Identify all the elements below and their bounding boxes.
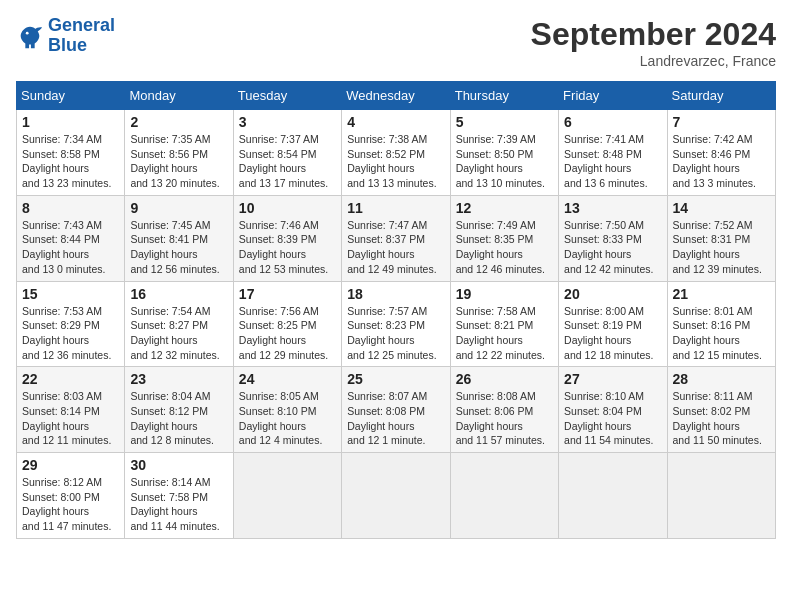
day-info: Sunrise: 7:56 AM Sunset: 8:25 PM Dayligh… <box>239 304 336 363</box>
col-wednesday: Wednesday <box>342 82 450 110</box>
day-info: Sunrise: 7:37 AM Sunset: 8:54 PM Dayligh… <box>239 132 336 191</box>
table-row <box>667 453 775 539</box>
table-row: 12 Sunrise: 7:49 AM Sunset: 8:35 PM Dayl… <box>450 195 558 281</box>
day-number: 13 <box>564 200 661 216</box>
day-info: Sunrise: 7:42 AM Sunset: 8:46 PM Dayligh… <box>673 132 770 191</box>
day-number: 3 <box>239 114 336 130</box>
col-thursday: Thursday <box>450 82 558 110</box>
day-number: 27 <box>564 371 661 387</box>
day-info: Sunrise: 8:14 AM Sunset: 7:58 PM Dayligh… <box>130 475 227 534</box>
table-row <box>450 453 558 539</box>
logo-text: General Blue <box>48 16 115 56</box>
day-info: Sunrise: 8:05 AM Sunset: 8:10 PM Dayligh… <box>239 389 336 448</box>
table-row: 13 Sunrise: 7:50 AM Sunset: 8:33 PM Dayl… <box>559 195 667 281</box>
table-row: 30 Sunrise: 8:14 AM Sunset: 7:58 PM Dayl… <box>125 453 233 539</box>
table-row: 7 Sunrise: 7:42 AM Sunset: 8:46 PM Dayli… <box>667 110 775 196</box>
day-info: Sunrise: 7:45 AM Sunset: 8:41 PM Dayligh… <box>130 218 227 277</box>
table-row: 22 Sunrise: 8:03 AM Sunset: 8:14 PM Dayl… <box>17 367 125 453</box>
day-info: Sunrise: 8:08 AM Sunset: 8:06 PM Dayligh… <box>456 389 553 448</box>
col-sunday: Sunday <box>17 82 125 110</box>
table-row: 14 Sunrise: 7:52 AM Sunset: 8:31 PM Dayl… <box>667 195 775 281</box>
calendar-week-row: 29 Sunrise: 8:12 AM Sunset: 8:00 PM Dayl… <box>17 453 776 539</box>
table-row: 24 Sunrise: 8:05 AM Sunset: 8:10 PM Dayl… <box>233 367 341 453</box>
day-info: Sunrise: 7:57 AM Sunset: 8:23 PM Dayligh… <box>347 304 444 363</box>
table-row: 1 Sunrise: 7:34 AM Sunset: 8:58 PM Dayli… <box>17 110 125 196</box>
day-info: Sunrise: 8:11 AM Sunset: 8:02 PM Dayligh… <box>673 389 770 448</box>
col-monday: Monday <box>125 82 233 110</box>
day-info: Sunrise: 7:50 AM Sunset: 8:33 PM Dayligh… <box>564 218 661 277</box>
table-row: 25 Sunrise: 8:07 AM Sunset: 8:08 PM Dayl… <box>342 367 450 453</box>
day-number: 8 <box>22 200 119 216</box>
day-number: 5 <box>456 114 553 130</box>
day-number: 6 <box>564 114 661 130</box>
table-row: 16 Sunrise: 7:54 AM Sunset: 8:27 PM Dayl… <box>125 281 233 367</box>
table-row: 3 Sunrise: 7:37 AM Sunset: 8:54 PM Dayli… <box>233 110 341 196</box>
day-info: Sunrise: 7:52 AM Sunset: 8:31 PM Dayligh… <box>673 218 770 277</box>
day-info: Sunrise: 7:43 AM Sunset: 8:44 PM Dayligh… <box>22 218 119 277</box>
calendar-week-row: 15 Sunrise: 7:53 AM Sunset: 8:29 PM Dayl… <box>17 281 776 367</box>
calendar-table: Sunday Monday Tuesday Wednesday Thursday… <box>16 81 776 539</box>
day-info: Sunrise: 8:10 AM Sunset: 8:04 PM Dayligh… <box>564 389 661 448</box>
title-block: September 2024 Landrevarzec, France <box>531 16 776 69</box>
table-row: 10 Sunrise: 7:46 AM Sunset: 8:39 PM Dayl… <box>233 195 341 281</box>
day-number: 28 <box>673 371 770 387</box>
table-row: 5 Sunrise: 7:39 AM Sunset: 8:50 PM Dayli… <box>450 110 558 196</box>
day-number: 16 <box>130 286 227 302</box>
table-row: 18 Sunrise: 7:57 AM Sunset: 8:23 PM Dayl… <box>342 281 450 367</box>
day-info: Sunrise: 8:01 AM Sunset: 8:16 PM Dayligh… <box>673 304 770 363</box>
page-header: General Blue September 2024 Landrevarzec… <box>16 16 776 69</box>
table-row: 23 Sunrise: 8:04 AM Sunset: 8:12 PM Dayl… <box>125 367 233 453</box>
table-row: 8 Sunrise: 7:43 AM Sunset: 8:44 PM Dayli… <box>17 195 125 281</box>
table-row: 26 Sunrise: 8:08 AM Sunset: 8:06 PM Dayl… <box>450 367 558 453</box>
day-number: 15 <box>22 286 119 302</box>
day-info: Sunrise: 7:47 AM Sunset: 8:37 PM Dayligh… <box>347 218 444 277</box>
day-info: Sunrise: 8:03 AM Sunset: 8:14 PM Dayligh… <box>22 389 119 448</box>
day-number: 20 <box>564 286 661 302</box>
table-row: 17 Sunrise: 7:56 AM Sunset: 8:25 PM Dayl… <box>233 281 341 367</box>
day-number: 10 <box>239 200 336 216</box>
day-number: 26 <box>456 371 553 387</box>
day-info: Sunrise: 7:46 AM Sunset: 8:39 PM Dayligh… <box>239 218 336 277</box>
col-saturday: Saturday <box>667 82 775 110</box>
day-info: Sunrise: 7:41 AM Sunset: 8:48 PM Dayligh… <box>564 132 661 191</box>
table-row: 11 Sunrise: 7:47 AM Sunset: 8:37 PM Dayl… <box>342 195 450 281</box>
location: Landrevarzec, France <box>531 53 776 69</box>
calendar-week-row: 8 Sunrise: 7:43 AM Sunset: 8:44 PM Dayli… <box>17 195 776 281</box>
table-row: 27 Sunrise: 8:10 AM Sunset: 8:04 PM Dayl… <box>559 367 667 453</box>
day-info: Sunrise: 8:04 AM Sunset: 8:12 PM Dayligh… <box>130 389 227 448</box>
day-number: 1 <box>22 114 119 130</box>
logo-icon <box>16 22 44 50</box>
day-info: Sunrise: 7:54 AM Sunset: 8:27 PM Dayligh… <box>130 304 227 363</box>
table-row: 21 Sunrise: 8:01 AM Sunset: 8:16 PM Dayl… <box>667 281 775 367</box>
day-number: 22 <box>22 371 119 387</box>
day-info: Sunrise: 8:12 AM Sunset: 8:00 PM Dayligh… <box>22 475 119 534</box>
day-info: Sunrise: 7:53 AM Sunset: 8:29 PM Dayligh… <box>22 304 119 363</box>
day-number: 4 <box>347 114 444 130</box>
table-row: 2 Sunrise: 7:35 AM Sunset: 8:56 PM Dayli… <box>125 110 233 196</box>
day-number: 17 <box>239 286 336 302</box>
table-row: 19 Sunrise: 7:58 AM Sunset: 8:21 PM Dayl… <box>450 281 558 367</box>
day-number: 19 <box>456 286 553 302</box>
calendar-week-row: 1 Sunrise: 7:34 AM Sunset: 8:58 PM Dayli… <box>17 110 776 196</box>
table-row <box>559 453 667 539</box>
calendar-header-row: Sunday Monday Tuesday Wednesday Thursday… <box>17 82 776 110</box>
day-number: 12 <box>456 200 553 216</box>
month-title: September 2024 <box>531 16 776 53</box>
col-tuesday: Tuesday <box>233 82 341 110</box>
table-row: 15 Sunrise: 7:53 AM Sunset: 8:29 PM Dayl… <box>17 281 125 367</box>
table-row: 4 Sunrise: 7:38 AM Sunset: 8:52 PM Dayli… <box>342 110 450 196</box>
day-info: Sunrise: 7:39 AM Sunset: 8:50 PM Dayligh… <box>456 132 553 191</box>
table-row: 9 Sunrise: 7:45 AM Sunset: 8:41 PM Dayli… <box>125 195 233 281</box>
day-info: Sunrise: 8:07 AM Sunset: 8:08 PM Dayligh… <box>347 389 444 448</box>
calendar-week-row: 22 Sunrise: 8:03 AM Sunset: 8:14 PM Dayl… <box>17 367 776 453</box>
day-number: 24 <box>239 371 336 387</box>
table-row: 28 Sunrise: 8:11 AM Sunset: 8:02 PM Dayl… <box>667 367 775 453</box>
logo: General Blue <box>16 16 115 56</box>
day-info: Sunrise: 7:35 AM Sunset: 8:56 PM Dayligh… <box>130 132 227 191</box>
day-number: 11 <box>347 200 444 216</box>
day-number: 14 <box>673 200 770 216</box>
day-number: 21 <box>673 286 770 302</box>
day-info: Sunrise: 7:38 AM Sunset: 8:52 PM Dayligh… <box>347 132 444 191</box>
table-row <box>342 453 450 539</box>
day-info: Sunrise: 8:00 AM Sunset: 8:19 PM Dayligh… <box>564 304 661 363</box>
